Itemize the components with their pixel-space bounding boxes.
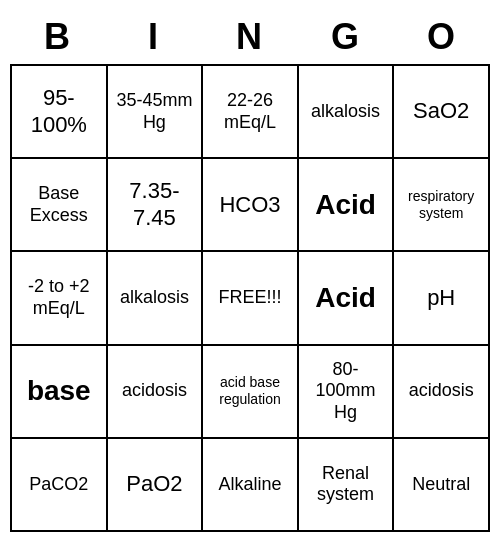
bingo-cell-r0-c0: 95-100% <box>12 66 108 159</box>
header-letter-B: B <box>10 12 106 62</box>
bingo-cell-text-r4-c1: PaO2 <box>126 471 182 497</box>
bingo-cell-r3-c4: acidosis <box>394 346 490 439</box>
bingo-cell-text-r0-c4: SaO2 <box>413 98 469 124</box>
bingo-cell-text-r1-c4: respiratory system <box>398 188 484 222</box>
bingo-cell-text-r3-c1: acidosis <box>122 380 187 402</box>
bingo-grid: 95-100%35-45mm Hg22-26 mEq/LalkalosisSaO… <box>10 64 490 532</box>
bingo-cell-text-r3-c0: base <box>27 374 91 408</box>
bingo-cell-text-r2-c3: Acid <box>315 281 376 315</box>
header-letter-G: G <box>298 12 394 62</box>
bingo-cell-text-r2-c0: -2 to +2 mEq/L <box>16 276 102 319</box>
bingo-cell-text-r1-c0: Base Excess <box>16 183 102 226</box>
bingo-header: BINGO <box>10 12 490 62</box>
bingo-cell-r3-c3: 80-100mm Hg <box>299 346 395 439</box>
bingo-cell-text-r3-c3: 80-100mm Hg <box>303 359 389 424</box>
bingo-cell-r3-c0: base <box>12 346 108 439</box>
bingo-cell-text-r0-c1: 35-45mm Hg <box>112 90 198 133</box>
bingo-cell-r4-c1: PaO2 <box>108 439 204 532</box>
bingo-cell-text-r2-c1: alkalosis <box>120 287 189 309</box>
bingo-cell-text-r4-c4: Neutral <box>412 474 470 496</box>
bingo-cell-r0-c3: alkalosis <box>299 66 395 159</box>
bingo-cell-text-r0-c2: 22-26 mEq/L <box>207 90 293 133</box>
bingo-cell-text-r4-c3: Renal system <box>303 463 389 506</box>
bingo-cell-text-r3-c2: acid base regulation <box>207 374 293 408</box>
bingo-cell-text-r1-c1: 7.35-7.45 <box>112 178 198 231</box>
bingo-cell-r0-c1: 35-45mm Hg <box>108 66 204 159</box>
bingo-cell-r0-c2: 22-26 mEq/L <box>203 66 299 159</box>
bingo-cell-text-r3-c4: acidosis <box>409 380 474 402</box>
bingo-cell-r4-c4: Neutral <box>394 439 490 532</box>
bingo-cell-text-r2-c2: FREE!!! <box>218 287 281 309</box>
bingo-cell-r3-c1: acidosis <box>108 346 204 439</box>
bingo-cell-r2-c2: FREE!!! <box>203 252 299 345</box>
bingo-cell-r1-c2: HCO3 <box>203 159 299 252</box>
bingo-cell-text-r1-c3: Acid <box>315 188 376 222</box>
bingo-cell-r1-c3: Acid <box>299 159 395 252</box>
bingo-cell-r1-c1: 7.35-7.45 <box>108 159 204 252</box>
bingo-cell-r2-c3: Acid <box>299 252 395 345</box>
header-letter-N: N <box>202 12 298 62</box>
bingo-cell-text-r2-c4: pH <box>427 285 455 311</box>
bingo-card: BINGO 95-100%35-45mm Hg22-26 mEq/Lalkalo… <box>10 12 490 532</box>
bingo-cell-r0-c4: SaO2 <box>394 66 490 159</box>
bingo-cell-text-r4-c2: Alkaline <box>218 474 281 496</box>
bingo-cell-r4-c3: Renal system <box>299 439 395 532</box>
bingo-cell-r4-c2: Alkaline <box>203 439 299 532</box>
bingo-cell-r1-c4: respiratory system <box>394 159 490 252</box>
bingo-cell-r2-c1: alkalosis <box>108 252 204 345</box>
bingo-cell-r4-c0: PaCO2 <box>12 439 108 532</box>
bingo-cell-text-r0-c0: 95-100% <box>16 85 102 138</box>
header-letter-O: O <box>394 12 490 62</box>
bingo-cell-text-r1-c2: HCO3 <box>219 192 280 218</box>
bingo-cell-r1-c0: Base Excess <box>12 159 108 252</box>
bingo-cell-r2-c4: pH <box>394 252 490 345</box>
header-letter-I: I <box>106 12 202 62</box>
bingo-cell-text-r0-c3: alkalosis <box>311 101 380 123</box>
bingo-cell-r3-c2: acid base regulation <box>203 346 299 439</box>
bingo-cell-text-r4-c0: PaCO2 <box>29 474 88 496</box>
bingo-cell-r2-c0: -2 to +2 mEq/L <box>12 252 108 345</box>
